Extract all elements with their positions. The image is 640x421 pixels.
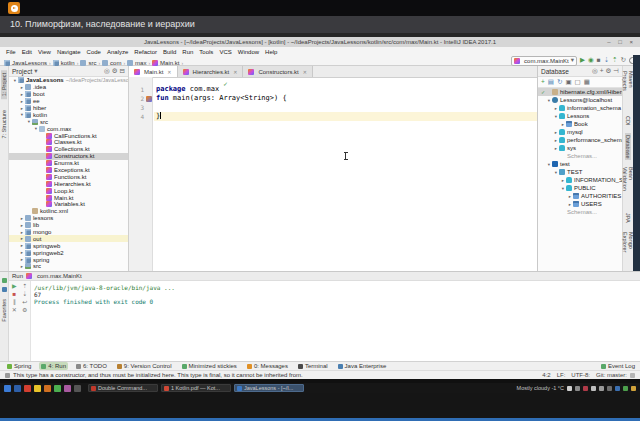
video-frame[interactable]: JavaLessons - [~/IdeaProjects/JavaLesson… [0,33,640,393]
user-tray-icon[interactable] [567,386,572,391]
statusbar-grip-icon[interactable] [5,373,10,378]
taskbar-window-button[interactable]: 1 Kotlin.pdf — Kot... [161,384,231,392]
project-tree-item[interactable]: CallFunctions.kt [9,132,128,139]
run-button[interactable]: ▶ [580,57,585,64]
status-widget[interactable]: Git: master: [596,372,627,378]
clock-tray-icon[interactable] [631,386,636,391]
vcs-commit-icon[interactable]: ⇡ [612,57,617,64]
editor-tab[interactable]: Hierarchies.kt✕ [178,66,244,77]
flag-tray-icon[interactable] [583,386,588,391]
collapse-icon[interactable]: ⊟ [120,68,125,75]
project-tree-item[interactable]: kotlinc.xml [9,208,128,215]
run-configuration-select[interactable]: com.max.MainKt▾ [511,56,577,66]
editor-tab[interactable]: Constructors.kt✕ [243,66,313,77]
run-console-output[interactable]: /usr/lib/jvm/java-8-oracle/bin/java ... … [34,284,634,359]
database-tree-item[interactable]: ▸USERS [538,200,622,208]
stop-icon[interactable]: ▢ [575,79,581,86]
project-tree-item[interactable]: Main.kt [9,194,128,201]
taskbar-window-button[interactable]: Double Command... [88,384,158,392]
workspace-switcher-icon[interactable] [4,385,11,392]
breadcrumb-item[interactable]: Main.kt› [152,60,185,66]
run-tab[interactable]: com.max.MainKt [37,273,82,279]
project-tree-item[interactable]: Variables.kt [9,201,128,208]
console-icon[interactable]: ▣ [565,79,571,86]
project-tree-item[interactable]: ▸boot [9,91,128,98]
lock-icon[interactable] [630,373,635,378]
network-tray-icon[interactable] [591,386,596,391]
battery-tray-icon[interactable] [607,386,612,391]
breadcrumb-item[interactable]: com› [102,60,127,66]
coverage-button[interactable]: ◉ [588,57,594,64]
toolwindow-button[interactable]: Database [625,133,631,161]
soft-wrap-icon[interactable]: ↩ [22,299,27,305]
code-area[interactable]: package com.max fun main(args: Array<Str… [154,77,537,271]
toolwindow-bar-button[interactable]: Minimized stickies [180,362,239,370]
database-tree-item[interactable]: Schemas... [538,208,622,216]
database-tree-item[interactable]: ▾PUBLIC [538,184,622,192]
breadcrumb-item[interactable]: kotlin› [53,60,81,66]
down-stack-icon[interactable]: ⇣ [22,291,27,297]
ide-window-buttons[interactable]: – □ × [607,37,636,47]
ejb-toolwindow-icon[interactable] [2,287,7,292]
project-tree-item[interactable]: ▸springweb2 [9,249,128,256]
add-icon[interactable]: + [600,68,604,75]
project-tree-item[interactable]: ▸out [9,235,128,242]
toolwindow-bar-button[interactable]: 9: Version Control [115,362,174,370]
close-tab-icon[interactable]: ✕ [167,69,171,75]
status-widget[interactable]: UTF-8: [571,372,590,378]
pause-output-icon[interactable]: ∥ [13,299,16,305]
project-tree-item[interactable]: ▸src [9,263,128,270]
bluetooth-tray-icon[interactable] [615,386,620,391]
launcher-app-icon[interactable] [34,385,41,392]
project-tree-item[interactable]: ▸hiber [9,105,128,112]
sync-icon[interactable]: ↻ [557,79,562,86]
stop-icon[interactable]: ■ [12,291,16,297]
project-tree-item[interactable]: Collections.kt [9,146,128,153]
database-tree-item[interactable]: ▸AUTHORITIES [538,192,622,200]
project-tree-item[interactable]: Enums.kt [9,160,128,167]
event-log-button[interactable]: Event Log [601,363,635,369]
editor-tab[interactable]: Main.kt✕ [129,66,178,77]
project-tree-item[interactable]: ▸lessons [9,215,128,222]
launcher-app-icon[interactable] [64,385,71,392]
database-tree-item[interactable]: ✓hibernate.cfg.xml/Hibernate [538,88,622,96]
weather-widget[interactable]: Mostly cloudy -1 °C [517,385,564,391]
rerun-icon[interactable]: ▶ [12,283,17,289]
menu-item[interactable]: Tools [196,49,216,55]
project-tree-item[interactable]: Hierarchies.kt [9,180,128,187]
launcher-app-icon[interactable] [24,385,31,392]
status-widget[interactable]: LF: [557,372,566,378]
add-datasource-icon[interactable]: + [541,79,545,86]
menu-item[interactable]: Window [235,49,262,55]
web-toolwindow-icon[interactable] [2,278,7,283]
project-tree-item[interactable]: Exceptions.kt [9,167,128,174]
project-tree-item[interactable]: ▸ee [9,98,128,105]
toolwindow-button[interactable]: JPA [625,211,631,225]
toolwindow-button[interactable]: 7: Structure [1,107,7,141]
launcher-app-icon[interactable] [44,385,51,392]
launcher-app-icon[interactable] [54,385,61,392]
close-tab-icon[interactable]: ✕ [233,69,237,75]
taskbar-window-button[interactable]: JavaLessons - [~/I... [234,384,304,392]
database-tree-item[interactable]: ▸mysql [538,128,622,136]
table-view-icon[interactable]: ▦ [584,79,590,86]
database-tree-item[interactable]: ▸performance_schema [538,136,622,144]
stop-button[interactable]: ■ [597,57,601,64]
project-tree-item[interactable]: ▸springweb [9,242,128,249]
project-tree-item[interactable]: Functions.kt [9,173,128,180]
vcs-update-icon[interactable]: ⇣ [604,57,609,64]
chevron-down-icon[interactable]: ▾ [34,68,37,75]
toolwindow-button[interactable]: CDI [625,114,631,127]
toolwindow-bar-button[interactable]: 0: Messages [245,362,290,370]
datasource-properties-icon[interactable]: ▤ [548,79,554,86]
toolwindow-bar-button[interactable]: Java Enterprise [336,362,389,370]
database-tree-item[interactable]: ▾Lessons@localhost [538,96,622,104]
project-tree-item[interactable]: ▸spring [9,256,128,263]
breadcrumb-item[interactable]: src› [80,60,102,66]
code-editor[interactable]: Main.kt✕Hierarchies.kt✕Constructors.kt✕ … [129,66,537,271]
project-tree-item[interactable]: ▸mongo [9,229,128,236]
settings-gear-icon[interactable]: ⚙ [22,307,27,313]
favorites-toolwindow-button[interactable]: Favorites [1,296,7,325]
toolwindow-bar-button[interactable]: Spring [5,362,33,370]
keyboard-tray-icon[interactable] [575,386,580,391]
